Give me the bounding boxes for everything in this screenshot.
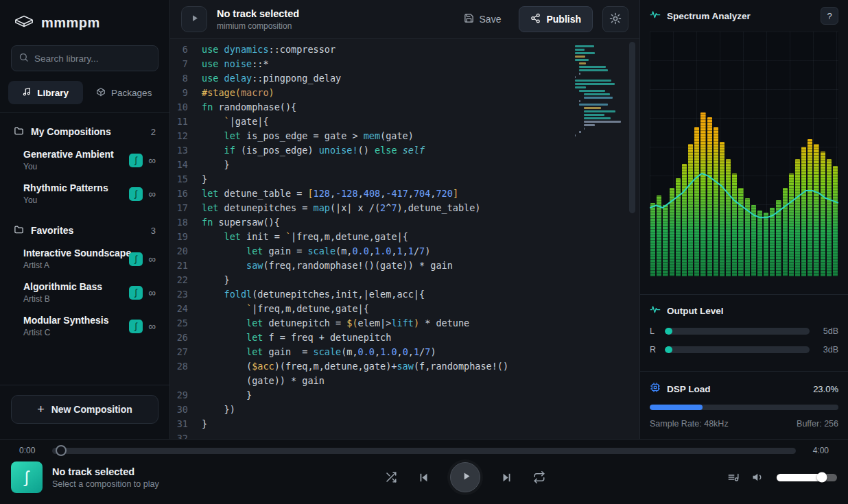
preview-play-button[interactable] [181, 6, 207, 32]
tab-packages[interactable]: Packages [87, 81, 162, 104]
item-subtitle: You [23, 195, 129, 205]
mimium-badge-icon: ∫ [129, 154, 143, 167]
composition-list-item[interactable]: Interactive SoundscapeArtist A∫∞ [0, 242, 169, 276]
line-number: 6 [170, 43, 202, 57]
line-number: 24 [170, 302, 202, 316]
infinity-icon: ∞ [148, 253, 156, 265]
code-line: 24 `|freq,m,detune,gate|{ [170, 302, 639, 316]
save-label: Save [480, 14, 502, 25]
code-line: (gate)) * gain [170, 374, 639, 388]
tab-library-label: Library [37, 88, 69, 98]
code-line: 32 [170, 431, 639, 439]
plus-icon: + [37, 403, 45, 417]
editor-minimap[interactable] [575, 45, 622, 141]
play-button[interactable] [450, 462, 480, 492]
shuffle-button[interactable] [385, 471, 397, 483]
main-area: No track selected mimium composition Sav… [170, 0, 639, 439]
level-value-right: 3dB [816, 345, 838, 355]
previous-button[interactable] [418, 472, 429, 483]
save-button[interactable]: Save [456, 8, 510, 31]
seek-slider[interactable] [52, 448, 796, 454]
line-number: 27 [170, 345, 202, 359]
buffer-label: Buffer: 256 [797, 419, 838, 429]
package-icon [96, 87, 106, 99]
search-box[interactable] [11, 45, 158, 71]
code-line: 11 `|gate|{ [170, 115, 639, 129]
code-line: 16let detune_table = [128,-128,408,-417,… [170, 187, 639, 201]
sample-rate-label: Sample Rate: 48kHz [650, 419, 729, 429]
spectrum-analyzer-chart [650, 32, 838, 276]
cpu-icon [650, 382, 661, 396]
volume-knob[interactable] [817, 472, 827, 483]
spectrum-line-overlay [650, 32, 838, 276]
composition-list-item[interactable]: Rhythmic PatternsYou∫∞ [0, 177, 169, 211]
line-number [170, 374, 202, 388]
time-current: 0:00 [19, 446, 43, 455]
music-note-icon [22, 87, 32, 99]
output-level-title: Output Level [667, 306, 724, 316]
section-count: 2 [151, 127, 156, 137]
section-title: My Compositions [31, 126, 111, 137]
code-line: 31} [170, 417, 639, 431]
publish-button[interactable]: Publish [519, 6, 593, 32]
channel-label: R [650, 345, 658, 355]
play-icon [189, 13, 200, 25]
tab-library[interactable]: Library [8, 81, 83, 104]
level-row-right: R 3dB [650, 345, 838, 355]
line-number: 29 [170, 388, 202, 403]
sidebar-footer: + New Composition [0, 385, 169, 439]
volume-slider[interactable] [777, 474, 837, 481]
queue-icon[interactable] [727, 471, 740, 483]
item-title: Algorithmic Bass [23, 281, 129, 292]
mimium-badge-icon: ∫ [129, 187, 143, 201]
line-number: 31 [170, 417, 202, 431]
output-level-section: Output Level L 5dB R 3dB [640, 294, 848, 359]
line-number: 17 [170, 201, 202, 215]
level-meter-right [665, 346, 810, 353]
section-title: Favorites [31, 225, 73, 236]
volume-controls [672, 471, 837, 483]
code-line: 15} [170, 172, 639, 187]
code-editor[interactable]: 6use dynamics::compressor7use noise::*8u… [170, 39, 639, 439]
volume-icon[interactable] [752, 471, 764, 483]
help-button[interactable]: ? [821, 7, 838, 25]
item-subtitle: You [23, 162, 129, 171]
composition-list-item[interactable]: Modular SynthesisArtist C∫∞ [0, 309, 169, 343]
line-number: 7 [170, 57, 202, 71]
repeat-button[interactable] [533, 471, 545, 483]
item-title: Modular Synthesis [23, 315, 129, 326]
track-info: No track selected mimium composition [217, 8, 299, 31]
code-line: 13 if (is_pos_edge) unoise!() else self [170, 143, 639, 158]
mimium-badge-icon: ∫ [129, 320, 143, 333]
dsp-load-bar [650, 405, 838, 410]
line-number: 8 [170, 71, 202, 86]
new-composition-button[interactable]: + New Composition [11, 395, 158, 424]
code-line: 18fn supersaw(){ [170, 215, 639, 230]
next-button[interactable] [501, 472, 513, 483]
scrollbar-thumb[interactable] [629, 42, 635, 213]
code-line: 7use noise::* [170, 57, 639, 71]
search-icon [19, 52, 29, 65]
editor-scrollbar[interactable] [629, 39, 635, 439]
mimium-badge-icon: ∫ [129, 286, 143, 300]
composition-list-item[interactable]: Algorithmic BassArtist B∫∞ [0, 276, 169, 309]
sidebar-section: My Compositions2Generative AmbientYou∫∞R… [0, 120, 169, 211]
now-playing: ∫ No track selected Select a composition… [11, 461, 258, 493]
item-title: Interactive Soundscape [23, 248, 129, 259]
track-subtitle: mimium composition [217, 21, 299, 31]
settings-button[interactable] [602, 6, 628, 32]
line-number: 30 [170, 403, 202, 417]
infinity-icon: ∞ [148, 320, 156, 332]
code-line: 30 }) [170, 403, 639, 417]
new-composition-label: New Composition [51, 404, 132, 415]
section-header: My Compositions2 [0, 120, 169, 143]
seek-knob[interactable] [56, 445, 67, 456]
transport-controls [258, 462, 672, 492]
code-line: 29 } [170, 388, 639, 403]
line-number: 25 [170, 316, 202, 331]
item-subtitle: Artist C [23, 328, 129, 337]
level-fill-left [665, 328, 672, 335]
search-input[interactable] [34, 53, 156, 64]
code-line: 21 saw(freq,randomphase!()(gate)) * gain [170, 259, 639, 273]
composition-list-item[interactable]: Generative AmbientYou∫∞ [0, 143, 169, 177]
